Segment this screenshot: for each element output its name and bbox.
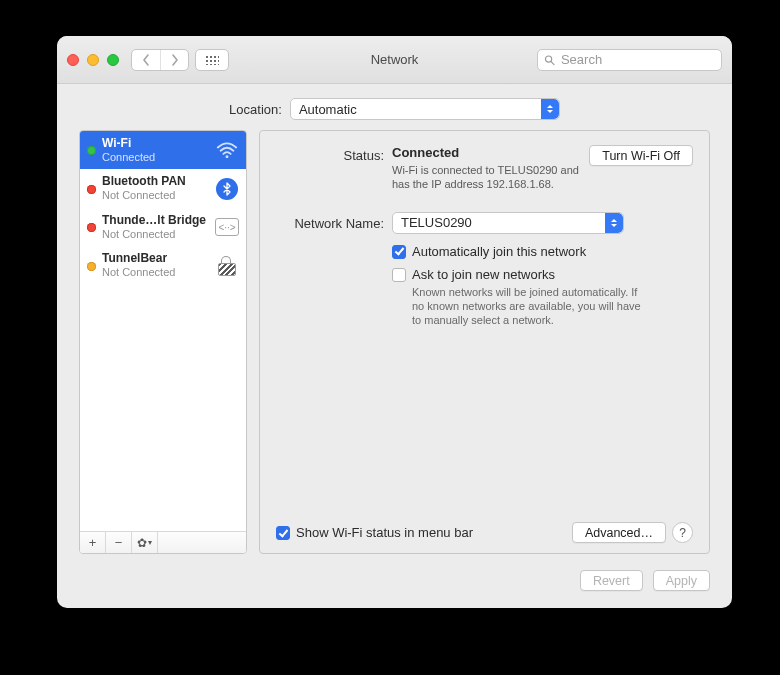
zoom-window-button[interactable]: [107, 54, 119, 66]
services-toolbar: + − ✿▾: [80, 531, 246, 553]
bluetooth-icon: [215, 177, 239, 201]
grid-icon: [205, 55, 219, 65]
window-footer: Revert Apply: [57, 568, 732, 605]
apply-button[interactable]: Apply: [653, 570, 710, 591]
ask-join-checkbox[interactable]: [392, 268, 406, 282]
service-status: Not Connected: [102, 189, 209, 202]
toolbar-spacer: [158, 532, 246, 553]
status-value: Connected: [392, 145, 459, 160]
service-actions-button[interactable]: ✿▾: [132, 532, 158, 553]
chevron-down-icon: ▾: [148, 538, 152, 547]
service-name: TunnelBear: [102, 252, 209, 266]
back-button[interactable]: [132, 50, 160, 70]
nav-back-forward: [131, 49, 189, 71]
ask-join-label: Ask to join new networks: [412, 267, 555, 282]
network-prefs-window: Network Location: Automatic Wi-Fi Connec…: [57, 36, 732, 608]
ask-join-checkbox-row[interactable]: Ask to join new networks Known networks …: [392, 267, 693, 328]
minimize-window-button[interactable]: [87, 54, 99, 66]
network-name-value: TELUS0290: [401, 215, 472, 230]
advanced-button[interactable]: Advanced…: [572, 522, 666, 543]
service-name: Wi-Fi: [102, 137, 209, 151]
service-status: Not Connected: [102, 266, 209, 279]
service-tunnelbear[interactable]: TunnelBear Not Connected: [80, 246, 246, 284]
show-status-menubar-label: Show Wi-Fi status in menu bar: [296, 525, 473, 540]
service-detail-panel: Status: Connected Wi-Fi is connected to …: [259, 130, 710, 554]
service-thunderbolt-bridge[interactable]: Thunde…lt Bridge Not Connected <··>: [80, 208, 246, 246]
network-name-row: Network Name: TELUS0290: [276, 212, 693, 234]
detail-footer: Show Wi-Fi status in menu bar Advanced… …: [276, 522, 693, 543]
wifi-icon: [215, 138, 239, 162]
service-status: Not Connected: [102, 228, 209, 241]
turn-wifi-off-button[interactable]: Turn Wi-Fi Off: [589, 145, 693, 166]
services-sidebar: Wi-Fi Connected Bluetooth PAN Not Connec…: [79, 130, 247, 554]
ask-join-help: Known networks will be joined automatica…: [412, 285, 642, 328]
status-dot: [87, 146, 96, 155]
titlebar: Network: [57, 36, 732, 84]
close-window-button[interactable]: [67, 54, 79, 66]
network-name-popup[interactable]: TELUS0290: [392, 212, 624, 234]
search-input[interactable]: [559, 51, 715, 68]
status-dot: [87, 262, 96, 271]
search-icon: [544, 54, 555, 66]
location-popup[interactable]: Automatic: [290, 98, 560, 120]
revert-button[interactable]: Revert: [580, 570, 643, 591]
svg-point-2: [226, 155, 229, 158]
status-label: Status:: [276, 145, 384, 163]
service-name: Bluetooth PAN: [102, 175, 209, 189]
auto-join-checkbox-row[interactable]: Automatically join this network: [392, 244, 693, 259]
service-wifi[interactable]: Wi-Fi Connected: [80, 131, 246, 169]
search-field-wrap[interactable]: [537, 49, 722, 71]
add-service-button[interactable]: +: [80, 532, 106, 553]
help-button[interactable]: ?: [672, 522, 693, 543]
show-status-menubar-checkbox[interactable]: [276, 526, 290, 540]
updown-icon: [605, 213, 623, 233]
status-dot: [87, 185, 96, 194]
updown-icon: [541, 99, 559, 119]
thunderbolt-bridge-icon: <··>: [215, 215, 239, 239]
show-all-button[interactable]: [195, 49, 229, 71]
auto-join-checkbox[interactable]: [392, 245, 406, 259]
vpn-lock-icon: [215, 254, 239, 278]
svg-line-1: [551, 61, 554, 64]
service-name: Thunde…lt Bridge: [102, 214, 209, 228]
services-list: Wi-Fi Connected Bluetooth PAN Not Connec…: [80, 131, 246, 531]
location-label: Location:: [229, 102, 282, 117]
service-bluetooth-pan[interactable]: Bluetooth PAN Not Connected: [80, 169, 246, 207]
body: Wi-Fi Connected Bluetooth PAN Not Connec…: [57, 130, 732, 568]
status-description: Wi-Fi is connected to TELUS0290 and has …: [392, 163, 581, 192]
location-value: Automatic: [299, 102, 357, 117]
location-row: Location: Automatic: [57, 84, 732, 130]
status-row: Status: Connected Wi-Fi is connected to …: [276, 145, 693, 192]
remove-service-button[interactable]: −: [106, 532, 132, 553]
gear-icon: ✿: [137, 536, 147, 550]
auto-join-label: Automatically join this network: [412, 244, 586, 259]
status-dot: [87, 223, 96, 232]
chevron-right-icon: [171, 54, 179, 66]
network-name-label: Network Name:: [276, 214, 384, 231]
service-status: Connected: [102, 151, 209, 164]
window-controls: [67, 54, 119, 66]
forward-button[interactable]: [160, 50, 188, 70]
chevron-left-icon: [142, 54, 150, 66]
